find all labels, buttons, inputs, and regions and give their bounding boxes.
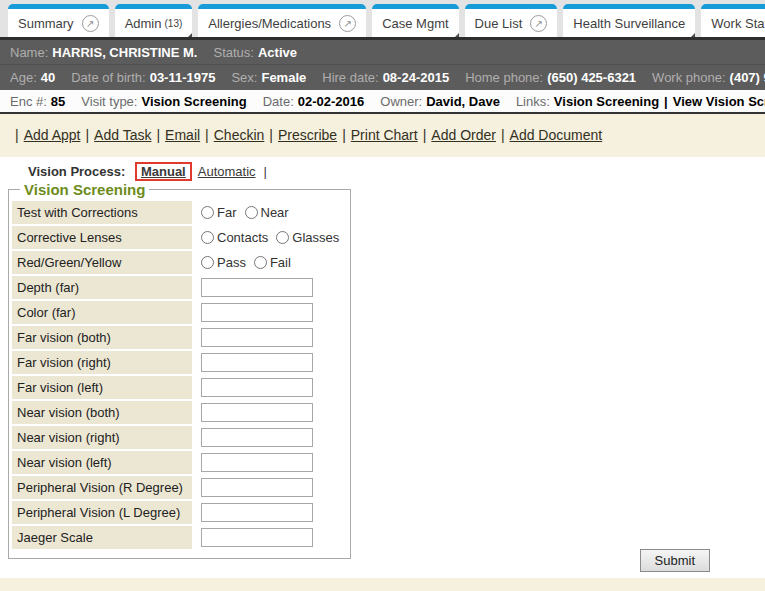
encounter-item: Enc #:85 bbox=[10, 94, 65, 109]
radio-label: Fail bbox=[270, 255, 291, 270]
tab-allergies-medications[interactable]: Allergies/Medications↗ bbox=[198, 4, 366, 37]
demographic-item: Age:40 bbox=[10, 70, 55, 85]
radio-pass[interactable] bbox=[201, 256, 214, 269]
input-peripheral-vision-l-degree[interactable] bbox=[201, 503, 313, 522]
tab-work-status[interactable]: Work Status↗ bbox=[701, 4, 765, 37]
form-row: Near vision (right) bbox=[12, 426, 347, 449]
separator: | bbox=[269, 127, 273, 143]
action-link-add-appt[interactable]: Add Appt bbox=[24, 127, 81, 143]
field-value: Vision Screening bbox=[141, 94, 246, 109]
links-label: Links: bbox=[516, 94, 550, 109]
link-vision-screening[interactable]: Vision Screening bbox=[554, 94, 659, 109]
vision-process-row: Vision Process: ManualAutomatic| bbox=[28, 162, 765, 181]
encounter-item: Owner:David, Dave bbox=[380, 94, 500, 109]
row-label: Far vision (both) bbox=[12, 326, 192, 349]
radio-option-contacts[interactable]: Contacts bbox=[201, 230, 268, 245]
radio-option-fail[interactable]: Fail bbox=[254, 255, 291, 270]
row-control bbox=[192, 451, 347, 474]
field-label: Date: bbox=[263, 94, 294, 109]
input-peripheral-vision-r-degree[interactable] bbox=[201, 478, 313, 497]
row-label: Test with Corrections bbox=[12, 201, 192, 224]
dropdown-corner-icon bbox=[186, 33, 192, 39]
patient-name: HARRIS, CHRISTINE M. bbox=[52, 45, 197, 60]
row-control bbox=[192, 376, 347, 399]
radio-option-near[interactable]: Near bbox=[245, 205, 289, 220]
row-control bbox=[192, 476, 347, 499]
separator: | bbox=[205, 127, 209, 143]
patient-name-item: Name: HARRIS, CHRISTINE M. bbox=[10, 45, 197, 60]
demographics-bar: Age:40Date of birth:03-11-1975Sex:Female… bbox=[0, 64, 765, 90]
radio-label: Far bbox=[217, 205, 237, 220]
content-area: Vision Process: ManualAutomatic| Vision … bbox=[0, 162, 765, 591]
open-in-new-window-icon[interactable]: ↗ bbox=[339, 15, 356, 32]
action-link-add-order[interactable]: Add Order bbox=[431, 127, 496, 143]
field-label: Visit type: bbox=[81, 94, 137, 109]
field-value: 85 bbox=[51, 94, 65, 109]
submit-button[interactable]: Submit bbox=[640, 549, 710, 572]
form-rows: Test with CorrectionsFarNearCorrective L… bbox=[12, 201, 347, 549]
field-label: Work phone: bbox=[652, 70, 725, 85]
tab-due-list[interactable]: Due List↗ bbox=[465, 4, 558, 37]
link-view-vision-screening[interactable]: View Vision Screening bbox=[673, 94, 765, 109]
action-link-add-task[interactable]: Add Task bbox=[94, 127, 151, 143]
page-background-strip bbox=[0, 578, 765, 591]
tab-health-surveillance[interactable]: Health Surveillance bbox=[563, 4, 695, 37]
row-label: Color (far) bbox=[12, 301, 192, 324]
radio-option-far[interactable]: Far bbox=[201, 205, 237, 220]
field-value: (407) 939 bbox=[730, 70, 765, 85]
radio-far[interactable] bbox=[201, 206, 214, 219]
input-far-vision-right[interactable] bbox=[201, 353, 313, 372]
status-badge: Active bbox=[258, 45, 297, 60]
action-link-email[interactable]: Email bbox=[165, 127, 200, 143]
field-value: David, Dave bbox=[426, 94, 500, 109]
open-in-new-window-icon[interactable]: ↗ bbox=[82, 15, 99, 32]
action-link-add-document[interactable]: Add Document bbox=[510, 127, 603, 143]
patient-status-item: Status: Active bbox=[213, 45, 297, 60]
form-legend: Vision Screening bbox=[20, 181, 149, 198]
row-label: Corrective Lenses bbox=[12, 226, 192, 249]
dropdown-corner-icon bbox=[689, 33, 695, 39]
radio-contacts[interactable] bbox=[201, 231, 214, 244]
input-near-vision-right[interactable] bbox=[201, 428, 313, 447]
field-value: 03-11-1975 bbox=[150, 70, 216, 85]
vision-process-option-manual[interactable]: Manual bbox=[141, 164, 186, 179]
input-far-vision-both[interactable] bbox=[201, 328, 313, 347]
form-row: Red/Green/YellowPassFail bbox=[12, 251, 347, 274]
row-label: Near vision (right) bbox=[12, 426, 192, 449]
tab-case-mgmt[interactable]: Case Mgmt bbox=[372, 4, 458, 37]
demographic-item: Date of birth:03-11-1975 bbox=[71, 70, 215, 85]
tab-label: Summary bbox=[18, 16, 74, 31]
highlight-box: Manual bbox=[135, 162, 192, 181]
input-jaeger-scale[interactable] bbox=[201, 528, 313, 547]
field-value: 40 bbox=[41, 70, 55, 85]
demographic-item: Work phone:(407) 939 bbox=[652, 70, 765, 85]
field-value: (650) 425-6321 bbox=[547, 70, 636, 85]
action-link-checkin[interactable]: Checkin bbox=[214, 127, 265, 143]
separator: | bbox=[156, 127, 160, 143]
field-label: Owner: bbox=[380, 94, 422, 109]
open-in-new-window-icon[interactable]: ↗ bbox=[530, 15, 547, 32]
radio-option-pass[interactable]: Pass bbox=[201, 255, 246, 270]
action-link-print-chart[interactable]: Print Chart bbox=[351, 127, 418, 143]
vision-process-label: Vision Process: bbox=[28, 164, 125, 179]
field-label: Sex: bbox=[231, 70, 257, 85]
tab-summary[interactable]: Summary↗ bbox=[8, 4, 109, 37]
input-depth-far[interactable] bbox=[201, 278, 313, 297]
tab-label: Work Status bbox=[711, 16, 765, 31]
form-row: Near vision (both) bbox=[12, 401, 347, 424]
tab-admin[interactable]: Admin(13) bbox=[115, 4, 193, 37]
row-label: Far vision (right) bbox=[12, 351, 192, 374]
form-row: Color (far) bbox=[12, 301, 347, 324]
radio-near[interactable] bbox=[245, 206, 258, 219]
row-label: Far vision (left) bbox=[12, 376, 192, 399]
radio-option-glasses[interactable]: Glasses bbox=[276, 230, 339, 245]
action-link-prescribe[interactable]: Prescribe bbox=[278, 127, 337, 143]
input-near-vision-left[interactable] bbox=[201, 453, 313, 472]
input-far-vision-left[interactable] bbox=[201, 378, 313, 397]
input-color-far[interactable] bbox=[201, 303, 313, 322]
radio-fail[interactable] bbox=[254, 256, 267, 269]
input-near-vision-both[interactable] bbox=[201, 403, 313, 422]
radio-glasses[interactable] bbox=[276, 231, 289, 244]
vision-process-option-automatic[interactable]: Automatic bbox=[198, 164, 256, 179]
form-row: Test with CorrectionsFarNear bbox=[12, 201, 347, 224]
